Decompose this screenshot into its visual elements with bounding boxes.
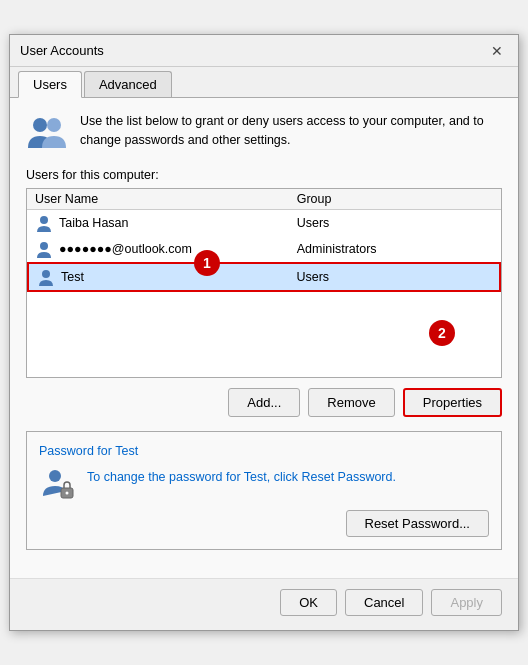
password-btn-row: Reset Password... — [39, 510, 489, 537]
group-cell: Users — [297, 216, 493, 230]
tab-bar: Users Advanced — [10, 67, 518, 98]
info-box: Use the list below to grant or deny user… — [26, 112, 502, 154]
password-content: To change the password for Test, click R… — [39, 466, 489, 502]
password-section: Password for Test To change the password… — [26, 431, 502, 550]
svg-point-1 — [47, 118, 61, 132]
action-buttons: Add... Remove Properties — [26, 388, 502, 417]
badge-2: 2 — [429, 320, 455, 346]
tab-advanced[interactable]: Advanced — [84, 71, 172, 97]
reset-password-button[interactable]: Reset Password... — [346, 510, 490, 537]
table-row[interactable]: Taiba Hasan Users — [27, 210, 501, 236]
add-button[interactable]: Add... — [228, 388, 300, 417]
svg-point-0 — [33, 118, 47, 132]
list-header: User Name Group — [27, 189, 501, 210]
footer-buttons: OK Cancel Apply — [10, 578, 518, 630]
user-avatar-icon — [37, 268, 55, 286]
group-cell: Users — [296, 270, 491, 284]
username-cell: ●●●●●●●@outlook.com — [59, 242, 192, 256]
apply-button[interactable]: Apply — [431, 589, 502, 616]
close-button[interactable]: ✕ — [486, 40, 508, 62]
svg-point-3 — [40, 242, 48, 250]
dialog-title: User Accounts — [20, 43, 104, 58]
cancel-button[interactable]: Cancel — [345, 589, 423, 616]
group-cell: Administrators — [297, 242, 493, 256]
lock-user-icon — [39, 466, 75, 502]
info-text: Use the list below to grant or deny user… — [80, 112, 502, 150]
svg-point-2 — [40, 216, 48, 224]
remove-button[interactable]: Remove — [308, 388, 394, 417]
svg-point-4 — [42, 270, 50, 278]
svg-point-7 — [66, 492, 69, 495]
table-row-selected[interactable]: Test Users — [27, 262, 501, 292]
user-avatar-icon — [35, 214, 53, 232]
svg-point-5 — [49, 470, 61, 482]
title-bar: User Accounts ✕ — [10, 35, 518, 67]
tab-users[interactable]: Users — [18, 71, 82, 98]
badge-1: 1 — [194, 250, 220, 276]
properties-button[interactable]: Properties — [403, 388, 502, 417]
password-title: Password for Test — [39, 444, 489, 458]
users-icon — [26, 112, 68, 154]
password-text: To change the password for Test, click R… — [87, 466, 396, 487]
user-avatar-icon — [35, 240, 53, 258]
col-username: User Name — [35, 192, 297, 206]
col-group: Group — [297, 192, 493, 206]
ok-button[interactable]: OK — [280, 589, 337, 616]
user-list[interactable]: User Name Group Taiba Hasan Users — [26, 188, 502, 378]
username-cell: Taiba Hasan — [59, 216, 129, 230]
username-cell: Test — [61, 270, 84, 284]
section-label: Users for this computer: — [26, 168, 502, 182]
table-row[interactable]: ●●●●●●●@outlook.com Administrators — [27, 236, 501, 262]
